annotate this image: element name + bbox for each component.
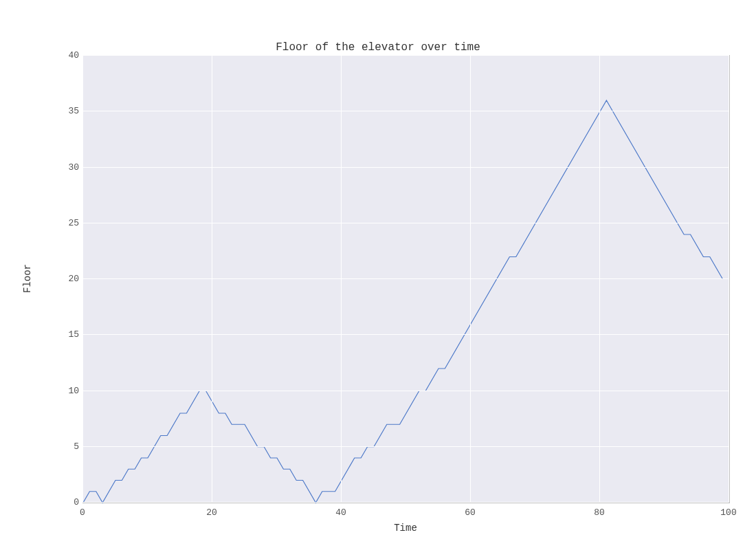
y-tick-label: 5 — [58, 441, 79, 451]
x-axis-label: Time — [82, 523, 729, 534]
y-tick-label: 35 — [58, 106, 79, 116]
x-tick-label: 60 — [465, 507, 476, 518]
elevator-floor-line — [83, 100, 723, 503]
figure: Floor of the elevator over time Time Flo… — [0, 0, 756, 548]
gridline-horizontal — [82, 55, 729, 56]
x-tick-label: 80 — [594, 507, 605, 518]
x-tick-label: 0 — [80, 507, 85, 518]
gridline-horizontal — [82, 502, 729, 503]
y-tick-label: 40 — [58, 50, 79, 61]
x-tick-label: 20 — [206, 507, 217, 518]
y-tick-label: 25 — [58, 217, 79, 228]
gridline-horizontal — [82, 278, 729, 279]
y-tick-label: 15 — [58, 329, 79, 340]
x-tick-label: 100 — [720, 507, 736, 518]
y-tick-label: 20 — [58, 274, 79, 284]
gridline-vertical — [729, 55, 729, 502]
gridline-horizontal — [82, 111, 729, 111]
gridline-horizontal — [82, 446, 729, 447]
y-axis-label: Floor — [22, 244, 33, 313]
chart-title: Floor of the elevator over time — [0, 41, 756, 54]
x-tick-label: 40 — [335, 507, 346, 518]
plot-area — [82, 55, 730, 503]
gridline-horizontal — [82, 167, 729, 168]
gridline-horizontal — [82, 391, 729, 391]
gridline-horizontal — [82, 334, 729, 335]
y-tick-label: 0 — [58, 497, 79, 507]
y-tick-label: 30 — [58, 162, 79, 172]
y-tick-label: 10 — [58, 385, 79, 395]
line-series — [83, 56, 729, 503]
gridline-horizontal — [82, 223, 729, 223]
